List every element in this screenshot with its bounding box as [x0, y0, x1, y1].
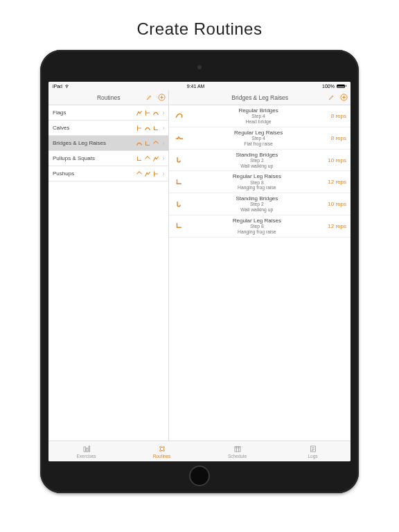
- logs-icon: [309, 445, 317, 453]
- tab-label: Logs: [308, 454, 317, 459]
- schedule-icon: [233, 445, 242, 453]
- exercise-glyph-icon: [136, 140, 143, 147]
- exercise-row[interactable]: Standing BridgesStep 2Wall walking up10 …: [169, 193, 351, 215]
- exercise-text: Regular Leg RaisesStep 8Hanging frog rai…: [188, 173, 325, 190]
- status-bar: iPad 9:41 AM 100%: [48, 82, 351, 90]
- exercise-step: Step 4: [188, 114, 328, 119]
- routine-label: Pullups & Squats: [53, 155, 136, 161]
- exercise-title: Standing Bridges: [188, 152, 325, 158]
- chevron-right-icon: [161, 171, 166, 177]
- exercise-glyph-icon: [152, 140, 159, 147]
- screen: iPad 9:41 AM 100% Routines: [48, 82, 351, 461]
- svg-rect-10: [235, 446, 240, 452]
- exercise-glyph-icon: [136, 125, 143, 132]
- exercise-text: Regular Leg RaisesStep 4Flat frog raise: [188, 130, 328, 147]
- routines-icon: [158, 445, 166, 453]
- home-button[interactable]: [189, 466, 210, 486]
- routine-row[interactable]: Calves: [48, 121, 168, 136]
- tab-routines[interactable]: Routines: [124, 441, 200, 461]
- ipad-frame: iPad 9:41 AM 100% Routines: [40, 50, 359, 493]
- routines-header: Routines: [48, 90, 168, 105]
- exercise-step: Step 2: [188, 158, 325, 163]
- svg-point-9: [163, 450, 164, 451]
- tab-schedule[interactable]: Schedule: [200, 441, 275, 461]
- exercise-reps: 10 reps: [328, 201, 346, 207]
- wifi-icon: [64, 84, 69, 89]
- exercise-glyph-icon: [144, 170, 151, 177]
- exercise-pose-icon: [173, 177, 186, 188]
- exercise-reps: 12 reps: [328, 223, 346, 229]
- exercise-glyph-icon: [136, 155, 143, 162]
- exercise-step: Step 8: [188, 224, 325, 229]
- device-label: iPad: [53, 84, 62, 89]
- exercise-glyph-icon: [152, 155, 159, 162]
- exercise-row[interactable]: Regular Leg RaisesStep 8Hanging frog rai…: [169, 171, 351, 193]
- routine-preview-icons: [136, 125, 159, 132]
- exercises-title: Bridges & Leg Raises: [231, 94, 288, 101]
- routine-preview-icons: [136, 109, 159, 116]
- exercises-header: Bridges & Leg Raises: [169, 90, 351, 105]
- exercise-reps: 12 reps: [328, 179, 346, 185]
- chevron-right-icon: [161, 141, 166, 146]
- exercise-reps: 10 reps: [328, 157, 346, 163]
- routine-preview-icons: [136, 140, 159, 147]
- routine-label: Bridges & Leg Raises: [53, 140, 136, 146]
- routine-preview-icons: [136, 170, 159, 177]
- camera-dot: [197, 65, 202, 69]
- exercise-text: Standing BridgesStep 2Wall walking up: [188, 195, 325, 213]
- exercise-pose-icon: [173, 220, 186, 231]
- exercise-step: Step 2: [188, 202, 325, 207]
- svg-rect-4: [86, 448, 88, 452]
- page-title: Create Routines: [137, 19, 263, 39]
- exercise-subtitle: Wall walking up: [188, 163, 325, 169]
- exercise-subtitle: Hanging frog raise: [188, 185, 325, 190]
- exercise-list: Regular BridgesStep 4Head bridge8 repsRe…: [169, 105, 351, 441]
- exercise-subtitle: Hanging frog raise: [188, 229, 325, 235]
- battery-pct: 100%: [322, 84, 335, 89]
- exercise-row[interactable]: Standing BridgesStep 2Wall walking up10 …: [169, 150, 351, 172]
- exercise-glyph-icon: [144, 155, 151, 162]
- exercise-subtitle: Wall walking up: [188, 207, 325, 213]
- exercise-row[interactable]: Regular BridgesStep 4Head bridge8 reps: [169, 105, 351, 127]
- routines-list: FlagsCalvesBridges & Leg RaisesPullups &…: [48, 105, 168, 441]
- routine-row[interactable]: Pullups & Squats: [48, 151, 168, 166]
- svg-point-6: [159, 446, 161, 447]
- tab-logs[interactable]: Logs: [275, 441, 351, 461]
- routine-row[interactable]: Flags: [48, 105, 168, 121]
- exercise-text: Regular Leg RaisesStep 8Hanging frog rai…: [188, 218, 325, 235]
- tab-label: Routines: [153, 454, 171, 459]
- routine-row[interactable]: Bridges & Leg Raises: [48, 136, 168, 151]
- exercise-title: Regular Leg Raises: [188, 130, 328, 136]
- add-exercise-button[interactable]: [339, 94, 348, 102]
- exercise-glyph-icon: [144, 140, 151, 147]
- battery-icon: [337, 85, 346, 88]
- tab-exercises[interactable]: Exercises: [48, 441, 124, 461]
- exercise-glyph-icon: [152, 125, 159, 132]
- tab-bar: ExercisesRoutinesScheduleLogs: [48, 441, 351, 461]
- svg-point-0: [66, 87, 67, 88]
- clock: 9:41 AM: [187, 84, 205, 89]
- exercise-subtitle: Flat frog raise: [188, 141, 328, 147]
- routine-preview-icons: [136, 155, 159, 162]
- exercise-row[interactable]: Regular Leg RaisesStep 8Hanging frog rai…: [169, 215, 351, 238]
- pencil-icon: [328, 94, 335, 100]
- routines-sidebar: Routines FlagsCalvesBridges & Leg Raises…: [48, 90, 169, 441]
- chevron-right-icon: [161, 125, 166, 131]
- exercise-title: Standing Bridges: [188, 195, 325, 202]
- exercise-glyph-icon: [136, 170, 143, 177]
- routine-row[interactable]: Pushups: [48, 166, 168, 181]
- tab-label: Exercises: [76, 454, 96, 459]
- split-view: Routines FlagsCalvesBridges & Leg Raises…: [48, 90, 351, 441]
- edit-routines-button[interactable]: [145, 94, 153, 102]
- exercise-title: Regular Leg Raises: [188, 173, 325, 179]
- exercise-pane: Bridges & Leg Raises Regular BridgesStep…: [169, 90, 351, 441]
- exercise-glyph-icon: [144, 109, 151, 116]
- exercise-text: Standing BridgesStep 2Wall walking up: [188, 152, 325, 169]
- pencil-icon: [146, 94, 152, 100]
- edit-exercises-button[interactable]: [327, 94, 335, 102]
- exercise-glyph-icon: [152, 170, 159, 177]
- add-routine-button[interactable]: [157, 94, 166, 102]
- exercise-step: Step 4: [188, 136, 328, 141]
- exercise-reps: 8 reps: [331, 135, 346, 141]
- exercise-row[interactable]: Regular Leg RaisesStep 4Flat frog raise8…: [169, 127, 351, 150]
